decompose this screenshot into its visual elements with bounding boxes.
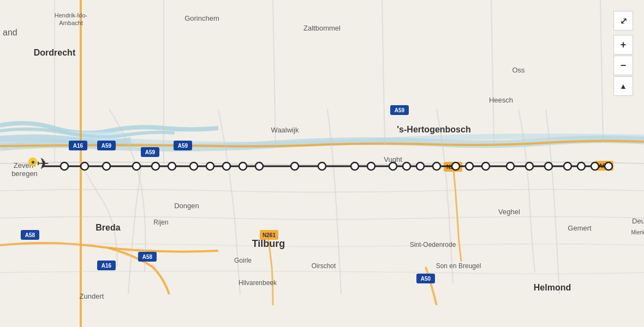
svg-point-27 xyxy=(61,162,68,170)
svg-point-42 xyxy=(389,162,397,170)
svg-point-43 xyxy=(403,162,410,170)
zoom-out-button[interactable]: − xyxy=(613,56,633,75)
svg-point-33 xyxy=(190,162,198,170)
svg-point-30 xyxy=(133,162,140,170)
svg-point-40 xyxy=(351,162,359,170)
svg-point-29 xyxy=(103,162,110,170)
svg-point-52 xyxy=(564,162,571,170)
svg-point-35 xyxy=(223,162,230,170)
svg-point-44 xyxy=(416,162,424,170)
svg-point-55 xyxy=(605,162,612,170)
svg-point-37 xyxy=(255,162,263,170)
svg-point-31 xyxy=(152,162,159,170)
compass-button[interactable]: ▲ xyxy=(613,76,633,96)
svg-point-39 xyxy=(318,162,326,170)
svg-point-32 xyxy=(168,162,176,170)
svg-point-36 xyxy=(239,162,247,170)
map-container: Dordrecht Hendrik-Ido- Ambacht Gorinchem… xyxy=(0,0,644,327)
svg-point-47 xyxy=(466,162,473,170)
svg-point-38 xyxy=(291,162,299,170)
svg-point-48 xyxy=(482,162,490,170)
svg-point-34 xyxy=(206,162,214,170)
svg-point-41 xyxy=(367,162,375,170)
svg-point-53 xyxy=(577,162,585,170)
svg-point-28 xyxy=(81,162,88,170)
svg-text:★: ★ xyxy=(31,159,35,165)
airplane-icon: ✈ ★ xyxy=(28,155,49,172)
svg-point-46 xyxy=(452,162,460,170)
map-controls: ⤢ + − ▲ xyxy=(613,11,633,96)
and-text: and xyxy=(3,28,17,37)
svg-point-50 xyxy=(526,162,533,170)
svg-point-51 xyxy=(545,162,552,170)
fullscreen-button[interactable]: ⤢ xyxy=(613,11,633,31)
svg-point-45 xyxy=(433,162,440,170)
zoom-in-button[interactable]: + xyxy=(613,35,633,55)
flight-path: ✈ ★ and xyxy=(0,0,644,327)
svg-point-54 xyxy=(591,162,599,170)
svg-text:✈: ✈ xyxy=(37,155,49,172)
svg-point-49 xyxy=(506,162,514,170)
